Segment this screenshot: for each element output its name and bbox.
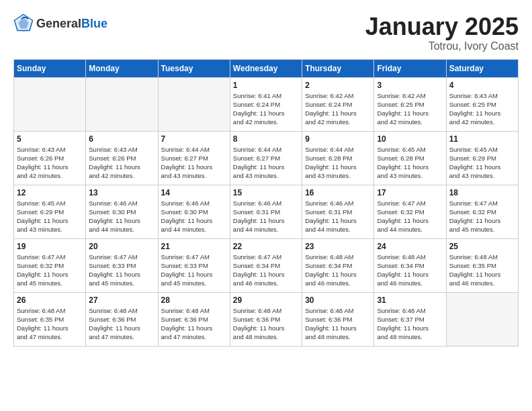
calendar-cell: 24Sunrise: 6:48 AM Sunset: 6:34 PM Dayli… [374,238,446,292]
calendar-week-row: 12Sunrise: 6:45 AM Sunset: 6:29 PM Dayli… [14,185,519,238]
calendar-title: January 2025 [365,13,519,40]
day-info: Sunrise: 6:48 AM Sunset: 6:34 PM Dayligh… [377,253,443,288]
logo-general: General [36,17,81,30]
calendar-cell: 9Sunrise: 6:44 AM Sunset: 6:28 PM Daylig… [302,131,374,185]
calendar-header-row: SundayMondayTuesdayWednesdayThursdayFrid… [14,59,519,77]
header-monday: Monday [86,59,158,77]
calendar-cell: 22Sunrise: 6:47 AM Sunset: 6:34 PM Dayli… [230,238,302,292]
calendar-cell [158,77,230,131]
day-number: 18 [449,188,515,197]
logo-blue: Blue [81,17,107,30]
logo: GeneralBlue [13,13,107,34]
day-info: Sunrise: 6:42 AM Sunset: 6:24 PM Dayligh… [305,91,371,127]
header-thursday: Thursday [302,59,374,77]
logo-icon [13,13,34,34]
header-sunday: Sunday [14,59,86,77]
day-info: Sunrise: 6:44 AM Sunset: 6:27 PM Dayligh… [233,145,299,181]
calendar-subtitle: Totrou, Ivory Coast [365,40,519,52]
day-info: Sunrise: 6:46 AM Sunset: 6:30 PM Dayligh… [89,199,154,234]
calendar-cell [14,77,86,131]
calendar-week-row: 26Sunrise: 6:48 AM Sunset: 6:35 PM Dayli… [14,292,519,346]
day-number: 9 [305,134,371,144]
day-info: Sunrise: 6:48 AM Sunset: 6:35 PM Dayligh… [17,306,83,342]
day-number: 27 [89,295,154,305]
day-info: Sunrise: 6:48 AM Sunset: 6:36 PM Dayligh… [233,306,299,342]
calendar-cell: 4Sunrise: 6:43 AM Sunset: 6:25 PM Daylig… [446,77,518,131]
day-number: 16 [305,188,371,197]
calendar-cell: 5Sunrise: 6:43 AM Sunset: 6:26 PM Daylig… [14,131,86,185]
day-info: Sunrise: 6:45 AM Sunset: 6:29 PM Dayligh… [449,145,515,181]
day-info: Sunrise: 6:47 AM Sunset: 6:33 PM Dayligh… [161,253,227,288]
calendar-cell: 11Sunrise: 6:45 AM Sunset: 6:29 PM Dayli… [446,131,518,185]
day-info: Sunrise: 6:47 AM Sunset: 6:32 PM Dayligh… [377,199,443,234]
header-friday: Friday [374,59,446,77]
calendar-cell: 14Sunrise: 6:46 AM Sunset: 6:30 PM Dayli… [158,185,230,238]
calendar-week-row: 1Sunrise: 6:41 AM Sunset: 6:24 PM Daylig… [14,77,519,131]
day-info: Sunrise: 6:47 AM Sunset: 6:33 PM Dayligh… [89,253,154,288]
calendar-cell: 8Sunrise: 6:44 AM Sunset: 6:27 PM Daylig… [230,131,302,185]
day-info: Sunrise: 6:43 AM Sunset: 6:26 PM Dayligh… [17,145,83,181]
day-info: Sunrise: 6:41 AM Sunset: 6:24 PM Dayligh… [233,91,299,127]
calendar-week-row: 5Sunrise: 6:43 AM Sunset: 6:26 PM Daylig… [14,131,519,185]
calendar-cell [86,77,158,131]
day-number: 21 [161,242,227,251]
title-block: January 2025 Totrou, Ivory Coast [365,13,519,52]
calendar-cell: 31Sunrise: 6:48 AM Sunset: 6:37 PM Dayli… [374,292,446,346]
calendar-cell: 20Sunrise: 6:47 AM Sunset: 6:33 PM Dayli… [86,238,158,292]
day-number: 4 [449,81,515,90]
day-info: Sunrise: 6:46 AM Sunset: 6:31 PM Dayligh… [305,199,371,234]
day-info: Sunrise: 6:48 AM Sunset: 6:37 PM Dayligh… [377,306,443,342]
day-number: 19 [17,242,83,251]
calendar-table: SundayMondayTuesdayWednesdayThursdayFrid… [13,59,519,347]
day-number: 1 [233,81,299,90]
calendar-cell [446,292,518,346]
day-info: Sunrise: 6:46 AM Sunset: 6:30 PM Dayligh… [161,199,227,234]
calendar-cell: 23Sunrise: 6:48 AM Sunset: 6:34 PM Dayli… [302,238,374,292]
calendar-cell: 6Sunrise: 6:43 AM Sunset: 6:26 PM Daylig… [86,131,158,185]
day-number: 24 [377,242,443,251]
day-info: Sunrise: 6:42 AM Sunset: 6:25 PM Dayligh… [377,91,443,127]
calendar-cell: 30Sunrise: 6:48 AM Sunset: 6:36 PM Dayli… [302,292,374,346]
day-info: Sunrise: 6:44 AM Sunset: 6:27 PM Dayligh… [161,145,227,181]
day-number: 2 [305,81,371,90]
calendar-cell: 3Sunrise: 6:42 AM Sunset: 6:25 PM Daylig… [374,77,446,131]
calendar-cell: 25Sunrise: 6:48 AM Sunset: 6:35 PM Dayli… [446,238,518,292]
day-info: Sunrise: 6:47 AM Sunset: 6:32 PM Dayligh… [17,253,83,288]
day-info: Sunrise: 6:48 AM Sunset: 6:35 PM Dayligh… [449,253,515,288]
day-number: 22 [233,242,299,251]
day-info: Sunrise: 6:48 AM Sunset: 6:36 PM Dayligh… [305,306,371,342]
day-info: Sunrise: 6:47 AM Sunset: 6:32 PM Dayligh… [449,199,515,234]
day-info: Sunrise: 6:47 AM Sunset: 6:34 PM Dayligh… [233,253,299,288]
day-info: Sunrise: 6:46 AM Sunset: 6:31 PM Dayligh… [233,199,299,234]
calendar-cell: 28Sunrise: 6:48 AM Sunset: 6:36 PM Dayli… [158,292,230,346]
calendar-cell: 7Sunrise: 6:44 AM Sunset: 6:27 PM Daylig… [158,131,230,185]
day-number: 17 [377,188,443,197]
header-saturday: Saturday [446,59,518,77]
day-number: 30 [305,295,371,305]
day-number: 11 [449,134,515,144]
day-number: 10 [377,134,443,144]
calendar-cell: 29Sunrise: 6:48 AM Sunset: 6:36 PM Dayli… [230,292,302,346]
calendar-cell: 13Sunrise: 6:46 AM Sunset: 6:30 PM Dayli… [86,185,158,238]
day-info: Sunrise: 6:43 AM Sunset: 6:26 PM Dayligh… [89,145,154,181]
calendar-cell: 12Sunrise: 6:45 AM Sunset: 6:29 PM Dayli… [14,185,86,238]
calendar-cell: 15Sunrise: 6:46 AM Sunset: 6:31 PM Dayli… [230,185,302,238]
calendar-cell: 2Sunrise: 6:42 AM Sunset: 6:24 PM Daylig… [302,77,374,131]
day-number: 12 [17,188,83,197]
day-number: 29 [233,295,299,305]
day-number: 28 [161,295,227,305]
day-number: 5 [17,134,83,144]
day-number: 14 [161,188,227,197]
calendar-cell: 21Sunrise: 6:47 AM Sunset: 6:33 PM Dayli… [158,238,230,292]
day-number: 8 [233,134,299,144]
calendar-cell: 19Sunrise: 6:47 AM Sunset: 6:32 PM Dayli… [14,238,86,292]
calendar-cell: 16Sunrise: 6:46 AM Sunset: 6:31 PM Dayli… [302,185,374,238]
header-wednesday: Wednesday [230,59,302,77]
day-number: 20 [89,242,154,251]
calendar-cell: 26Sunrise: 6:48 AM Sunset: 6:35 PM Dayli… [14,292,86,346]
calendar-cell: 10Sunrise: 6:45 AM Sunset: 6:28 PM Dayli… [374,131,446,185]
day-info: Sunrise: 6:44 AM Sunset: 6:28 PM Dayligh… [305,145,371,181]
day-number: 3 [377,81,443,90]
day-info: Sunrise: 6:48 AM Sunset: 6:34 PM Dayligh… [305,253,371,288]
calendar-week-row: 19Sunrise: 6:47 AM Sunset: 6:32 PM Dayli… [14,238,519,292]
